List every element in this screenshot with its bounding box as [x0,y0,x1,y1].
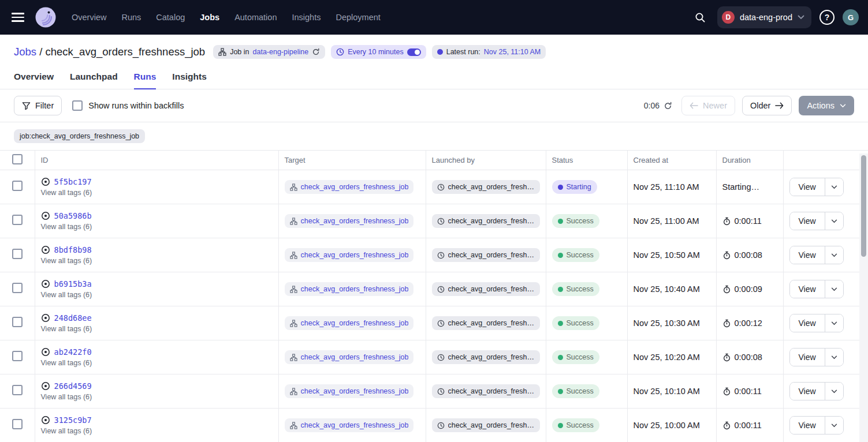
tab-launchpad[interactable]: Launchpad [70,67,118,89]
column-header-status[interactable]: Status [546,151,627,170]
refresh-icon[interactable] [664,102,672,110]
launched-by-pill[interactable]: check_avg_orders_freshn… [432,316,540,330]
hamburger-menu-icon[interactable] [12,10,25,24]
row-checkbox[interactable] [12,385,23,395]
topnav-item-jobs[interactable]: Jobs [200,13,219,22]
view-button[interactable]: View [790,314,825,332]
run-id-link[interactable]: 5f5bc197 [54,177,92,186]
dagster-logo[interactable] [35,6,57,28]
column-header-created-at[interactable]: Created at [627,151,716,170]
tab-insights[interactable]: Insights [172,67,206,89]
launched-by-pill[interactable]: check_avg_orders_freshn… [432,350,540,364]
topnav-item-deployment[interactable]: Deployment [336,13,380,22]
job-filter-chip[interactable]: job:check_avg_orders_freshness_job [14,129,145,143]
filter-button[interactable]: Filter [14,96,62,115]
view-dropdown-button[interactable] [825,417,843,434]
breadcrumb-jobs-link[interactable]: Jobs [14,46,36,58]
run-id-link[interactable]: 50a5986b [54,211,92,220]
target-pill[interactable]: check_avg_orders_freshness_job [285,418,414,432]
arrow-left-icon [690,102,698,109]
launched-by-pill[interactable]: check_avg_orders_freshn… [432,418,540,432]
view-all-tags-link[interactable]: View all tags (6) [41,325,273,333]
view-all-tags-link[interactable]: View all tags (6) [41,393,273,401]
view-button[interactable]: View [790,246,825,264]
view-button[interactable]: View [790,280,825,298]
target-pill[interactable]: check_avg_orders_freshness_job [285,248,414,262]
clock-icon [437,388,445,395]
row-checkbox[interactable] [12,419,23,429]
workspace-switcher[interactable]: D data-eng-prod [717,6,811,28]
column-header-launched-by[interactable]: Launched by [426,151,546,170]
view-button[interactable]: View [790,349,825,366]
target-pill[interactable]: check_avg_orders_freshness_job [285,180,414,194]
tab-overview[interactable]: Overview [14,67,54,89]
target-pill[interactable]: check_avg_orders_freshness_job [285,316,414,330]
actions-button[interactable]: Actions [799,96,854,115]
target-pill[interactable]: check_avg_orders_freshness_job [285,282,414,296]
run-id-link[interactable]: 266d4569 [54,381,92,391]
view-button[interactable]: View [790,178,825,196]
view-button[interactable]: View [790,417,825,434]
column-header-target[interactable]: Target [278,151,426,170]
run-id-link[interactable]: 3125c9b7 [54,415,92,425]
view-all-tags-link[interactable]: View all tags (6) [41,223,273,231]
vertical-scrollbar-track[interactable] [859,153,868,442]
view-dropdown-button[interactable] [825,383,843,400]
topnav-item-insights[interactable]: Insights [292,13,321,22]
view-all-tags-link[interactable]: View all tags (6) [41,359,273,367]
created-at-value: Nov 25, 10:20 AM [634,353,700,362]
view-all-tags-link[interactable]: View all tags (6) [41,427,273,435]
user-avatar[interactable]: G [843,9,859,25]
run-id-link[interactable]: 8bdf8b98 [54,245,92,254]
topnav-item-automation[interactable]: Automation [234,13,277,22]
older-button[interactable]: Older [742,96,792,115]
launched-by-pill[interactable]: check_avg_orders_freshn… [432,214,540,228]
row-checkbox[interactable] [12,181,23,191]
topnav-item-runs[interactable]: Runs [121,13,141,22]
tab-runs[interactable]: Runs [134,67,157,89]
search-icon[interactable] [692,9,709,26]
view-all-tags-link[interactable]: View all tags (6) [41,291,273,299]
view-dropdown-button[interactable] [825,178,843,196]
select-all-checkbox[interactable] [12,154,23,164]
view-button[interactable]: View [790,383,825,400]
run-id-link[interactable]: 248d68ee [54,313,92,323]
view-all-tags-link[interactable]: View all tags (6) [41,257,273,265]
run-id-link[interactable]: ab2422f0 [54,347,92,357]
view-all-tags-link[interactable]: View all tags (6) [41,189,273,197]
target-pill[interactable]: check_avg_orders_freshness_job [285,214,414,228]
runs-toolbar: Filter Show runs within backfills 0:06 N… [0,89,868,122]
launched-by-pill[interactable]: check_avg_orders_freshn… [432,180,540,194]
column-header-id[interactable]: ID [35,151,278,170]
view-dropdown-button[interactable] [825,314,843,332]
target-pill[interactable]: check_avg_orders_freshness_job [285,350,414,364]
row-checkbox[interactable] [12,283,23,293]
clock-icon [437,354,445,361]
launched-by-pill[interactable]: check_avg_orders_freshn… [432,384,540,398]
launched-by-pill[interactable]: check_avg_orders_freshn… [432,248,540,262]
vertical-scrollbar-thumb[interactable] [861,155,866,257]
latest-run-time-link[interactable]: Nov 25, 11:10 AM [484,48,541,56]
row-checkbox[interactable] [12,317,23,327]
row-checkbox[interactable] [12,215,23,225]
reload-icon[interactable] [312,48,320,56]
topnav-item-overview[interactable]: Overview [72,13,106,22]
newer-button[interactable]: Newer [681,96,735,115]
topnav-item-catalog[interactable]: Catalog [156,13,185,22]
view-dropdown-button[interactable] [825,349,843,366]
target-pill[interactable]: check_avg_orders_freshness_job [285,384,414,398]
launched-by-pill[interactable]: check_avg_orders_freshn… [432,282,540,296]
view-button[interactable]: View [790,212,825,230]
row-checkbox[interactable] [12,351,23,361]
column-header-duration[interactable]: Duration [716,151,783,170]
status-badge: Success [552,384,599,398]
view-dropdown-button[interactable] [825,212,843,230]
help-icon[interactable]: ? [819,10,835,25]
run-id-link[interactable]: b6915b3a [54,279,92,289]
view-dropdown-button[interactable] [825,246,843,264]
schedule-toggle[interactable] [407,48,421,56]
pipeline-link[interactable]: data-eng-pipeline [253,48,309,56]
backfills-checkbox[interactable] [72,100,83,111]
row-checkbox[interactable] [12,249,23,259]
view-dropdown-button[interactable] [825,280,843,298]
